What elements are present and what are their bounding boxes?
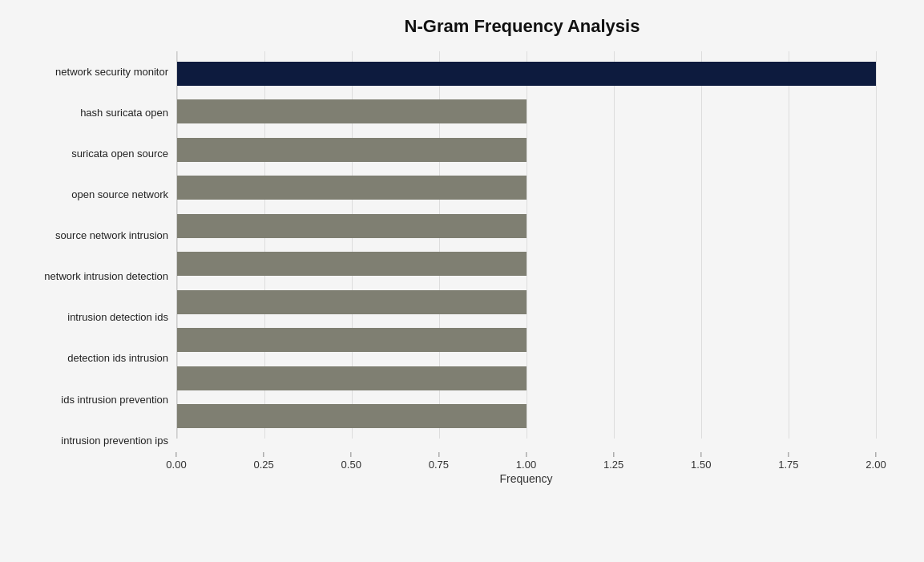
x-tick-label: 0.75 bbox=[429, 459, 449, 471]
bar-row-7 bbox=[177, 323, 876, 357]
y-label-0: network security monitor bbox=[8, 66, 168, 79]
y-label-8: ids intrusion prevention bbox=[8, 394, 168, 406]
x-tick-label: 1.75 bbox=[778, 459, 798, 471]
bars-area bbox=[176, 51, 876, 439]
bar-row-0 bbox=[177, 57, 876, 91]
bar-8 bbox=[177, 366, 527, 390]
x-tick-line bbox=[700, 452, 701, 457]
bar-row-3 bbox=[177, 171, 876, 204]
y-label-9: intrusion prevention ips bbox=[8, 435, 168, 447]
x-tick: 0.50 bbox=[341, 452, 361, 471]
chart-container: N-Gram Frequency Analysis network securi… bbox=[0, 0, 924, 562]
y-label-5: network intrusion detection bbox=[8, 270, 168, 283]
y-label-2: suricata open source bbox=[8, 148, 168, 160]
bar-2 bbox=[177, 138, 527, 162]
y-labels: network security monitorhash suricata op… bbox=[8, 51, 176, 485]
bar-row-5 bbox=[177, 247, 876, 281]
x-tick: 0.25 bbox=[253, 452, 273, 471]
y-label-4: source network intrusion bbox=[8, 229, 168, 242]
x-tick-line bbox=[788, 452, 789, 457]
x-tick-line bbox=[613, 452, 614, 457]
x-tick-line bbox=[264, 452, 264, 457]
x-tick-label: 0.25 bbox=[253, 459, 273, 471]
bar-4 bbox=[177, 214, 527, 238]
x-tick-line bbox=[438, 452, 439, 457]
x-tick: 1.00 bbox=[516, 452, 536, 471]
bar-row-1 bbox=[177, 95, 876, 128]
chart-area: network security monitorhash suricata op… bbox=[8, 51, 876, 485]
x-tick-label: 2.00 bbox=[865, 459, 886, 471]
x-tick: 1.75 bbox=[778, 452, 798, 471]
bar-1 bbox=[177, 99, 527, 123]
chart-title: N-Gram Frequency Analysis bbox=[8, 16, 876, 37]
x-tick-line bbox=[876, 452, 877, 457]
bar-6 bbox=[177, 290, 527, 314]
bars-rows bbox=[177, 51, 876, 439]
x-tick-label: 0.00 bbox=[166, 459, 186, 471]
bar-row-6 bbox=[177, 285, 876, 319]
x-tick-label: 0.50 bbox=[341, 459, 361, 471]
x-tick-label: 1.00 bbox=[516, 459, 536, 471]
x-tick: 0.00 bbox=[166, 452, 186, 471]
x-tick-label: 1.50 bbox=[691, 459, 711, 471]
bar-row-9 bbox=[177, 399, 876, 433]
y-label-6: intrusion detection ids bbox=[8, 311, 168, 324]
x-axis-label: Frequency bbox=[176, 472, 876, 485]
bar-row-2 bbox=[177, 133, 876, 167]
y-label-7: detection ids intrusion bbox=[8, 352, 168, 365]
x-tick-label: 1.25 bbox=[603, 459, 623, 471]
x-axis: 0.000.250.500.751.001.251.501.752.00 bbox=[176, 439, 876, 471]
bars-and-xaxis: 0.000.250.500.751.001.251.501.752.00 Fre… bbox=[176, 51, 876, 485]
x-tick: 1.50 bbox=[691, 452, 711, 471]
x-tick-line bbox=[176, 452, 177, 457]
bar-7 bbox=[177, 328, 527, 352]
y-label-1: hash suricata open bbox=[8, 107, 168, 119]
x-tick: 2.00 bbox=[865, 452, 886, 471]
bar-row-8 bbox=[177, 362, 876, 395]
x-tick-line bbox=[351, 452, 352, 457]
x-tick-line bbox=[526, 452, 527, 457]
bar-3 bbox=[177, 176, 527, 200]
bar-0 bbox=[177, 62, 876, 86]
bar-5 bbox=[177, 252, 527, 276]
bar-9 bbox=[177, 404, 527, 428]
grid-line bbox=[876, 51, 877, 439]
y-label-3: open source network bbox=[8, 188, 168, 201]
x-tick: 1.25 bbox=[603, 452, 623, 471]
x-tick: 0.75 bbox=[429, 452, 449, 471]
bar-row-4 bbox=[177, 209, 876, 243]
